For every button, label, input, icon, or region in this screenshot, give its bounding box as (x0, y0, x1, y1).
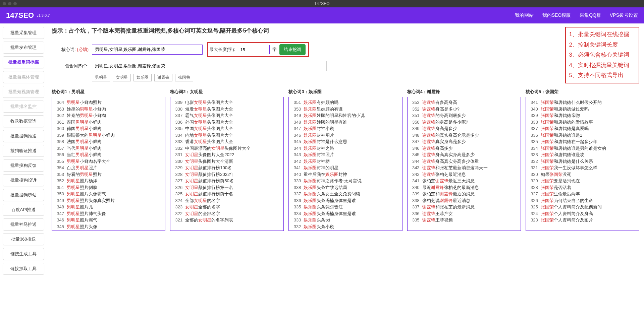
result-row[interactable]: 341娱乐圈封神的明星 (291, 165, 399, 171)
result-row[interactable]: 355男明星小鲜肉名字大全 (55, 158, 162, 165)
result-row[interactable]: 335谢霆锋王菲视频 (410, 217, 518, 223)
result-row[interactable]: 341张柏芝谢霆锋最近三天消息 (410, 178, 518, 184)
result-row[interactable]: 349男明星照片头像真实照片 (55, 197, 162, 204)
result-row[interactable]: 329女明星颜值排行榜100名 (173, 165, 281, 171)
sidebar-item[interactable]: 批量排名监控 (3, 101, 44, 113)
result-row[interactable]: 351娱乐圈有姓顾的吗 (291, 99, 399, 106)
nav-link[interactable]: VPS拨号设置 (610, 12, 638, 18)
result-row[interactable]: 333娱乐圈头条txt (291, 217, 399, 223)
result-row[interactable]: 332张国荣和唐鹤德是什么关系 (529, 158, 636, 165)
result-row[interactable]: 327女明星颜值排行榜前50名 (173, 178, 281, 184)
result-row[interactable]: 350男明星照片头像霸气 (55, 191, 162, 197)
result-row[interactable]: 344娱乐圈封神之路 (291, 145, 399, 152)
result-row[interactable]: 352男明星照片杨洋 (55, 178, 162, 184)
chip[interactable]: 女明星 (113, 74, 131, 81)
result-row[interactable]: 340张国荣和唐鹤德做过爱吗 (529, 106, 636, 113)
result-row[interactable]: 332娱乐圈头条小说 (291, 223, 399, 230)
result-row[interactable]: 336张国荣和唐鹤德谁是1 (529, 132, 636, 139)
result-row[interactable]: 357当代男明星小鲜肉 (55, 145, 162, 152)
result-row[interactable]: 339电影女明星头像图片大全 (173, 99, 281, 106)
maxlen-input[interactable] (238, 45, 270, 54)
result-row[interactable]: 334内地女明星头像图片大全 (173, 132, 281, 139)
result-row[interactable]: 338娱乐圈头条亡致远结局 (291, 184, 399, 191)
sidebar-item[interactable]: 链接抓取工具 (3, 263, 44, 275)
result-row[interactable]: 337娱乐圈头条女王全文免费阅读 (291, 191, 399, 197)
result-row[interactable]: 337谢霆锋和张柏芝的最新消息 (410, 204, 518, 210)
sidebar-item[interactable]: 批量自媒体管理 (3, 71, 44, 83)
result-row[interactable]: 324全部女明星的名字 (173, 197, 281, 204)
result-row[interactable]: 348男明星照片儿 (55, 204, 162, 210)
sidebar-item[interactable]: 批量短视频管理 (3, 86, 44, 98)
sidebar-item[interactable]: 批量搜狗投诉 (3, 174, 44, 186)
result-row[interactable]: 336娱乐圈头条冯楠身体里是谁 (291, 197, 399, 204)
result-row[interactable]: 331张国荣我一生没做坏事怎么样 (529, 165, 636, 171)
result-row[interactable]: 358法国男明星小鲜肉 (55, 138, 162, 145)
result-row[interactable]: 338张柏芝说谢霆锋最近消息 (410, 197, 518, 204)
result-row[interactable]: 360德国男明星小鲜肉 (55, 125, 162, 132)
result-row[interactable]: 354百度男明星照片 (55, 165, 162, 171)
result-row[interactable]: 349娱乐圈姓顾的明星和姓容的小说 (291, 112, 399, 119)
result-row[interactable]: 330女明星头像图片大全清新 (173, 158, 281, 165)
result-row[interactable]: 364男明星小鲜肉照片 (55, 99, 162, 106)
sidebar-item[interactable]: 批量搜狗反馈 (3, 159, 44, 172)
result-row[interactable]: 326女明星颜值排行榜第一名 (173, 184, 281, 191)
result-row[interactable]: 330如果张国荣没死 (529, 171, 636, 178)
result-row[interactable]: 336外国女明星头像图片大全 (173, 119, 281, 126)
result-row[interactable]: 346娱乐圈封神图片 (291, 132, 399, 139)
result-row[interactable]: 361泰国男明星小鲜肉 (55, 119, 162, 126)
result-row[interactable]: 325女明星颜值排行榜前十名 (173, 191, 281, 197)
result-row[interactable]: 331女明星头像图片大全2022 (173, 151, 281, 158)
result-row[interactable]: 335中国女明星头像图片大全 (173, 125, 281, 132)
result-row[interactable]: 350娱乐圈里姓顾的有谁 (291, 106, 399, 113)
result-row[interactable]: 333香港女明星头像图片大全 (173, 138, 281, 145)
result-row[interactable]: 352谢霆锋身高是多少? (410, 106, 518, 113)
sidebar-item[interactable]: 搜狗验证推送 (3, 145, 44, 157)
result-row[interactable]: 351男明星照片侧脸 (55, 184, 162, 191)
result-row[interactable]: 363姓胡的男明星小鲜肉 (55, 106, 162, 113)
result-row[interactable]: 341张国荣和唐鹤德什么时候公开的 (529, 99, 636, 106)
core-keywords-input[interactable] (92, 45, 203, 55)
sidebar-item[interactable]: 批量搜狗推送 (3, 130, 44, 142)
result-row[interactable]: 359眼睛很大的男明星小鲜肉 (55, 132, 162, 139)
result-row[interactable]: 343谢霆锋和张柏芝最新消息这两天一 (410, 165, 518, 171)
result-row[interactable]: 347男明星照片帅气头像 (55, 210, 162, 217)
traffic-light-min[interactable] (8, 2, 11, 5)
sidebar-item[interactable]: 批量发布管理 (3, 42, 44, 54)
sidebar-item[interactable]: 批量360推送 (3, 233, 44, 245)
sidebar-item[interactable]: 链接生成工具 (3, 248, 44, 260)
result-row[interactable]: 348谢霆锋的真实身高究竟是多少 (410, 132, 518, 139)
result-row[interactable]: 345娱乐圈封神是什么意思 (291, 138, 399, 145)
sidebar-item[interactable]: 收录数据查询 (3, 115, 44, 127)
nav-link[interactable]: 采集QQ群 (580, 12, 601, 18)
sidebar-item[interactable]: 批量权重词挖掘 (3, 56, 44, 68)
result-row[interactable]: 333张国荣和唐鹤德谁是攻 (529, 151, 636, 158)
result-row[interactable]: 339娱乐圈封神之路作者:无可言说 (291, 178, 399, 184)
result-row[interactable]: 340最近谢霆锋张柏芝的最新消息 (410, 184, 518, 191)
sidebar-item[interactable]: 批量采集管理 (3, 27, 44, 39)
result-row[interactable]: 329张国荣要是活到现在 (529, 178, 636, 184)
sidebar-item[interactable]: 批量搜狗绑站 (3, 189, 44, 201)
result-row[interactable]: 339张柏芝和谢霆锋最近的消息 (410, 191, 518, 197)
result-row[interactable]: 346男明星照片霸气 (55, 217, 162, 223)
result-row[interactable]: 343娱乐圈封神照片 (291, 151, 399, 158)
result-row[interactable]: 328张国荣是否活着 (529, 184, 636, 191)
result-row[interactable]: 334娱乐圈头条冯楠身体里是谁 (291, 210, 399, 217)
result-row[interactable]: 356当红男明星小鲜肉 (55, 151, 162, 158)
result-row[interactable]: 338短发女明星头像图片大全 (173, 106, 281, 113)
result-row[interactable]: 334张国荣和唐鹤德谁是男的谁是女的 (529, 145, 636, 152)
result-row[interactable]: 336谢霆锋王菲产女 (410, 210, 518, 217)
result-row[interactable]: 335张国荣和唐鹤德在一起多少年 (529, 138, 636, 145)
result-row[interactable]: 326张国荣为何结束自己的生命 (529, 197, 636, 204)
result-row[interactable]: 332中国最漂亮的女明星头像图片大全 (173, 145, 281, 152)
result-row[interactable]: 337张国荣和唐鹤德是真爱吗 (529, 125, 636, 132)
result-row[interactable]: 342娱乐圈封神榜 (291, 158, 399, 165)
result-row[interactable]: 345男明星照片头像 (55, 223, 162, 230)
result-row[interactable]: 323张国荣个人资料简介及图片 (529, 217, 636, 223)
result-row[interactable]: 327张国荣生命最后两年 (529, 191, 636, 197)
result-row[interactable]: 322女明星的全部名字 (173, 210, 281, 217)
result-row[interactable]: 348娱乐圈姓顾的明星有谁 (291, 119, 399, 126)
result-row[interactable]: 321全部的女明星的名字列表 (173, 217, 281, 223)
chip[interactable]: 张国荣 (175, 74, 193, 81)
traffic-light-max[interactable] (13, 2, 17, 5)
result-row[interactable]: 362姓秦的男明星小鲜肉 (55, 112, 162, 119)
